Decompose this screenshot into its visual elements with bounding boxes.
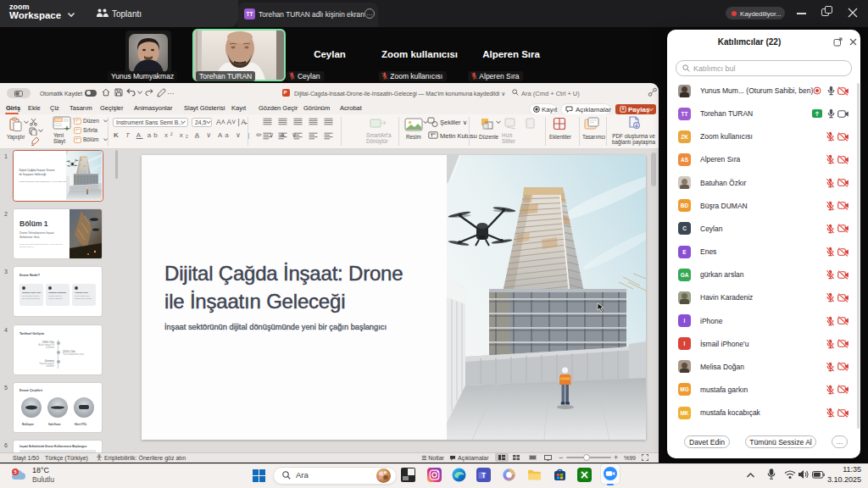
svg-text:5: 5 <box>14 469 16 474</box>
svg-text:T: T <box>481 471 487 480</box>
